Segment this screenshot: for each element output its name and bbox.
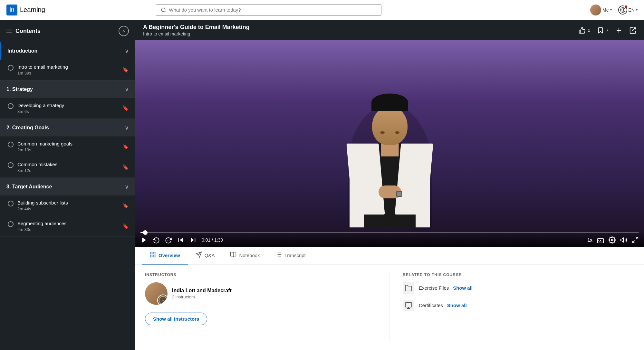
bookmark-icon[interactable]: 🔖	[122, 67, 129, 73]
sidebar-section-creating-goals: 2. Creating Goals ∨ Common marketing goa…	[0, 119, 135, 178]
video-background	[135, 40, 644, 247]
video-header: A Beginner's Guide to Email Marketing In…	[135, 20, 644, 40]
list-item[interactable]: Common marketing goals 2m 19s 🔖	[0, 136, 135, 157]
instructor-name: India Lott and Madecraft	[172, 288, 232, 294]
share-button[interactable]	[629, 27, 636, 34]
instructor-count: 2 instructors	[172, 295, 232, 299]
tab-qa[interactable]: Q&A	[188, 247, 223, 265]
svg-line-15	[633, 241, 635, 243]
nav-me-button[interactable]: Me ▾	[590, 5, 611, 15]
exercise-show-all-link[interactable]: Show all	[453, 285, 473, 291]
progress-bar-container[interactable]	[135, 232, 644, 233]
sidebar: Contents × Introduction ∨ Intro to email…	[0, 20, 135, 350]
certificates-icon	[403, 300, 414, 311]
certificates-show-all-link[interactable]: Show all	[447, 303, 467, 308]
prev-button[interactable]	[177, 236, 184, 244]
tab-transcript[interactable]: Transcript	[268, 247, 313, 265]
item-text: Building subscriber lists 2m 44s	[17, 200, 68, 211]
bookmark-icon[interactable]: 🔖	[122, 223, 129, 229]
svg-rect-18	[150, 255, 152, 257]
top-nav: in Learning Me ▾ EN ▾	[0, 0, 644, 20]
sidebar-title: Contents	[6, 28, 41, 35]
time-display: 0:01 / 1:39	[202, 237, 223, 243]
sidebar-section-introduction: Introduction ∨ Intro to email marketing …	[0, 42, 135, 81]
instructors-section: INSTRUCTORS M	[145, 273, 377, 342]
sidebar-section-target-audience: 3. Target Audience ∨ Building subscriber…	[0, 178, 135, 237]
chevron-down-icon: ▾	[610, 8, 612, 12]
bookmark-icon[interactable]: 🔖	[122, 203, 129, 209]
section-header-target-audience[interactable]: 3. Target Audience ∨	[0, 178, 135, 195]
list-item[interactable]: Common mistakes 3m 12s 🔖	[0, 157, 135, 178]
item-left: Segmenting audiences 2m 33s	[8, 221, 67, 232]
section-header-strategy[interactable]: 1. Strategy ∨	[0, 81, 135, 98]
rewind-button[interactable]: 15	[153, 236, 160, 244]
chevron-icon: ∨	[125, 47, 129, 55]
nav-en-button[interactable]: EN ▾	[618, 5, 638, 15]
item-text: Common mistakes 3m 12s	[17, 162, 57, 173]
related-label: RELATED TO THIS COURSE	[403, 273, 634, 277]
search-input[interactable]	[169, 7, 377, 13]
instructor-details: India Lott and Madecraft 2 instructors	[172, 288, 232, 299]
search-icon	[161, 7, 166, 13]
section-header-creating-goals[interactable]: 2. Creating Goals ∨	[0, 119, 135, 136]
tab-overview[interactable]: Overview	[142, 247, 188, 265]
likes-button[interactable]: 0	[579, 27, 590, 34]
notebook-icon	[230, 251, 236, 259]
video-titles: A Beginner's Guide to Email Marketing In…	[143, 24, 250, 36]
item-left: Developing a strategy 3m 6s	[8, 103, 64, 114]
bookmark-icon[interactable]: 🔖	[122, 144, 129, 150]
content-area: A Beginner's Guide to Email Marketing In…	[135, 20, 644, 350]
nav-brand: Learning	[20, 6, 45, 14]
related-item-certificates: Certificates · Show all	[403, 300, 634, 311]
list-item[interactable]: Developing a strategy 3m 6s 🔖	[0, 98, 135, 119]
main-container: Contents × Introduction ∨ Intro to email…	[0, 20, 644, 350]
instructor-figure	[341, 98, 438, 227]
circle-icon	[8, 103, 14, 109]
volume-button[interactable]	[620, 236, 627, 244]
svg-text:15: 15	[167, 239, 169, 242]
next-button[interactable]	[189, 236, 197, 244]
list-item[interactable]: Segmenting audiences 2m 33s 🔖	[0, 216, 135, 237]
chevron-icon: ∨	[125, 124, 129, 131]
circle-icon	[8, 162, 14, 168]
item-text: Intro to email marketing 1m 39s	[17, 64, 68, 75]
item-left: Common marketing goals 2m 19s	[8, 141, 72, 152]
video-controls: 15 15	[135, 235, 644, 247]
nav-search	[156, 4, 381, 16]
progress-bar-track[interactable]	[140, 232, 639, 233]
notification-dot	[624, 5, 628, 8]
item-text: Developing a strategy 3m 6s	[17, 103, 64, 114]
close-button[interactable]: ×	[119, 26, 129, 36]
forward-button[interactable]: 15	[165, 236, 172, 244]
settings-button[interactable]	[609, 236, 616, 244]
add-button[interactable]	[615, 26, 623, 34]
speed-button[interactable]: 1x	[587, 237, 592, 243]
list-item[interactable]: Building subscriber lists 2m 44s 🔖	[0, 195, 135, 216]
sidebar-header: Contents ×	[0, 20, 135, 42]
play-button[interactable]	[140, 236, 148, 244]
circle-icon	[8, 201, 14, 206]
related-section: RELATED TO THIS COURSE Exercise Files · …	[389, 273, 634, 342]
svg-rect-16	[150, 252, 152, 254]
related-item-exercise: Exercise Files · Show all	[403, 282, 634, 294]
cc-button[interactable]	[597, 236, 604, 244]
nav-logo[interactable]: in Learning	[6, 5, 45, 15]
bookmark-icon[interactable]: 🔖	[122, 164, 129, 170]
share-icon	[629, 27, 636, 34]
saves-button[interactable]: 7	[597, 27, 609, 34]
section-header-introduction[interactable]: Introduction ∨	[0, 42, 135, 60]
item-text: Segmenting audiences 2m 33s	[17, 221, 67, 232]
bookmark-icon[interactable]: 🔖	[122, 105, 129, 111]
item-left: Building subscriber lists 2m 44s	[8, 200, 68, 211]
tab-notebook[interactable]: Notebook	[222, 247, 267, 265]
progress-dot	[143, 230, 148, 235]
exercise-files-icon	[403, 282, 414, 294]
svg-rect-19	[153, 255, 155, 257]
transcript-icon	[275, 251, 282, 259]
search-box[interactable]	[156, 4, 381, 16]
controls-left: 15 15	[140, 236, 223, 244]
list-item[interactable]: Intro to email marketing 1m 39s 🔖	[0, 60, 135, 80]
video-player[interactable]: 15 15	[135, 40, 644, 247]
show-all-instructors-button[interactable]: Show all instructors	[145, 313, 207, 325]
fullscreen-button[interactable]	[632, 236, 639, 244]
